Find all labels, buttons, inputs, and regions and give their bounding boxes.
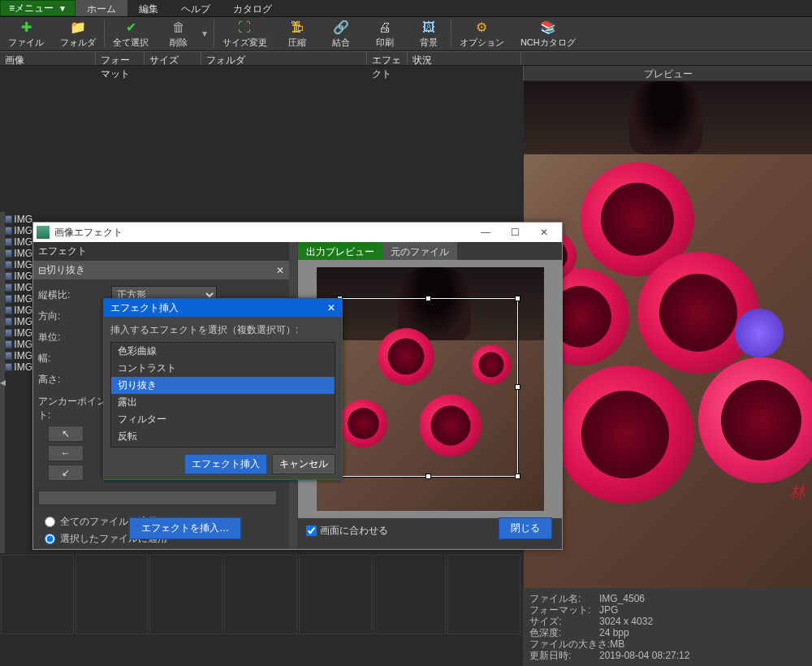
file-row[interactable]: IMG	[5, 305, 32, 316]
anchor-sw-button[interactable]: ↙	[48, 465, 84, 481]
insert-effect-button[interactable]: エフェクトを挿入…	[129, 517, 241, 539]
main-menu-button[interactable]: ≡ メニュー ▼	[0, 0, 76, 16]
file-row[interactable]: IMG	[5, 339, 32, 350]
tool-options[interactable]: ⚙オプション	[451, 17, 512, 50]
crop-handle[interactable]	[425, 474, 431, 479]
close-icon[interactable]: ✕	[327, 302, 335, 314]
thumbnail-strip	[0, 554, 521, 635]
maximize-button[interactable]: ☐	[500, 223, 529, 242]
delete-dropdown-arrow[interactable]: ▼	[201, 29, 214, 38]
file-row[interactable]: IMG	[5, 236, 32, 248]
crop-handle[interactable]	[515, 474, 520, 479]
effect-item[interactable]: 色彩曲線	[111, 343, 335, 360]
file-row[interactable]: IMG	[5, 350, 32, 361]
tab-catalog[interactable]: カタログ	[222, 0, 283, 16]
insert-dialog-titlebar[interactable]: エフェクト挿入 ✕	[104, 299, 342, 317]
tab-original-file[interactable]: 元のファイル	[382, 242, 457, 260]
tool-resize[interactable]: ⛶サイズ変更	[214, 17, 275, 50]
image-icon	[5, 340, 12, 348]
remove-effect-icon[interactable]: ✕	[276, 265, 284, 276]
info-size-key: サイズ:	[529, 616, 599, 627]
anchor-w-button[interactable]: ←	[48, 445, 84, 461]
file-row[interactable]: IMG	[5, 248, 32, 259]
thumbnail[interactable]	[447, 555, 520, 634]
effect-item[interactable]: 露出	[111, 394, 335, 411]
insert-cancel-button[interactable]: キャンセル	[272, 454, 335, 474]
crop-handle[interactable]	[515, 296, 520, 301]
effect-item[interactable]: 反転	[111, 428, 335, 445]
tool-print[interactable]: 🖨印刷	[363, 17, 407, 50]
effect-item[interactable]: フィルター	[111, 411, 335, 428]
file-row[interactable]: IMG	[5, 225, 32, 236]
col-format[interactable]: フォーマット	[96, 52, 145, 65]
image-icon	[5, 272, 12, 280]
tool-compress[interactable]: 🗜圧縮	[275, 17, 319, 50]
effect-dialog-titlebar[interactable]: 画像エフェクト — ☐ ✕	[33, 223, 562, 242]
tool-background[interactable]: 🖼背景	[407, 17, 451, 50]
tab-help[interactable]: ヘルプ	[170, 0, 222, 16]
column-headers: 画像 フォーマット サイズ フォルダ エフェクト 状況	[0, 51, 812, 66]
tool-nch-catalog[interactable]: 📚NCHカタログ	[512, 17, 584, 50]
tab-output-preview[interactable]: 出力プレビュー	[298, 242, 382, 260]
trash-icon: 🗑	[171, 19, 187, 36]
col-image[interactable]: 画像	[0, 52, 96, 65]
background-icon: 🖼	[421, 19, 437, 36]
check-icon: ✔	[123, 19, 139, 36]
file-row[interactable]: IMG	[5, 361, 32, 373]
effect-item[interactable]: コントラスト	[111, 360, 335, 377]
effect-dialog-title: 画像エフェクト	[54, 226, 123, 240]
tab-edit[interactable]: 編集	[127, 0, 170, 16]
file-row[interactable]: IMG	[5, 259, 32, 270]
file-row[interactable]: IMG	[5, 293, 32, 305]
signature: 林	[789, 482, 806, 504]
thumbnail[interactable]	[149, 555, 222, 634]
value-slider[interactable]	[38, 491, 277, 505]
crop-handle[interactable]	[515, 384, 520, 390]
effect-item[interactable]: 油絵	[111, 445, 335, 448]
minimize-button[interactable]: —	[471, 223, 500, 242]
info-updated-key: 更新日時:	[529, 650, 599, 661]
thumbnail[interactable]	[374, 555, 447, 634]
tool-folder[interactable]: 📁フォルダ	[52, 17, 104, 50]
close-button[interactable]: ✕	[529, 223, 559, 242]
file-row[interactable]: IMG	[5, 327, 32, 339]
thumbnail[interactable]	[1, 555, 74, 634]
image-icon	[5, 261, 12, 269]
anchor-nw-button[interactable]: ↖	[48, 426, 84, 442]
preview-content	[637, 252, 759, 374]
tab-home[interactable]: ホーム	[76, 0, 127, 16]
crop-section-header[interactable]: ⊟ 切り抜き ✕	[33, 261, 289, 279]
insert-ok-button[interactable]: エフェクト挿入	[184, 454, 267, 474]
col-effect[interactable]: エフェクト	[367, 52, 408, 65]
thumbnail[interactable]	[76, 555, 149, 634]
insert-dialog-title: エフェクト挿入	[110, 301, 179, 315]
effect-list[interactable]: 色彩曲線 コントラスト 切り抜き 露出 フィルター 反転 油絵 モザイク サイズ…	[110, 342, 335, 448]
effect-item-selected[interactable]: 切り抜き	[111, 377, 335, 394]
merge-icon: 🔗	[333, 19, 349, 36]
col-folder[interactable]: フォルダ	[201, 52, 367, 65]
tool-merge[interactable]: 🔗結合	[319, 17, 363, 50]
effect-preview-image[interactable]	[317, 267, 544, 511]
image-icon	[5, 318, 12, 326]
image-icon	[5, 329, 12, 337]
unit-label: 単位:	[38, 331, 111, 344]
crop-selection-box[interactable]	[339, 298, 518, 477]
thumbnail[interactable]	[299, 555, 372, 634]
file-row[interactable]: IMG	[5, 316, 32, 327]
menubar: ≡ メニュー ▼ ホーム 編集 ヘルプ カタログ	[0, 0, 812, 17]
insert-dialog-prompt: 挿入するエフェクトを選択（複数選択可）:	[110, 323, 335, 337]
crop-handle[interactable]	[425, 296, 431, 301]
tool-select-all[interactable]: ✔全て選択	[105, 17, 157, 50]
file-row[interactable]: IMG	[5, 282, 32, 293]
file-row[interactable]: IMG	[5, 214, 32, 225]
col-status[interactable]: 状況	[408, 52, 521, 65]
toolbar: ✚ファイル 📁フォルダ ✔全て選択 🗑削除 ▼ ⛶サイズ変更 🗜圧縮 🔗結合 🖨…	[0, 17, 812, 51]
dialog-close-button[interactable]: 閉じる	[499, 517, 552, 539]
file-row[interactable]: IMG	[5, 270, 32, 282]
tool-file[interactable]: ✚ファイル	[0, 17, 52, 50]
preview-content	[735, 309, 784, 357]
col-size[interactable]: サイズ	[145, 52, 201, 65]
tool-delete[interactable]: 🗑削除	[157, 17, 201, 50]
fit-screen-checkbox[interactable]: 画面に合わせる	[306, 524, 388, 538]
thumbnail[interactable]	[224, 555, 297, 634]
